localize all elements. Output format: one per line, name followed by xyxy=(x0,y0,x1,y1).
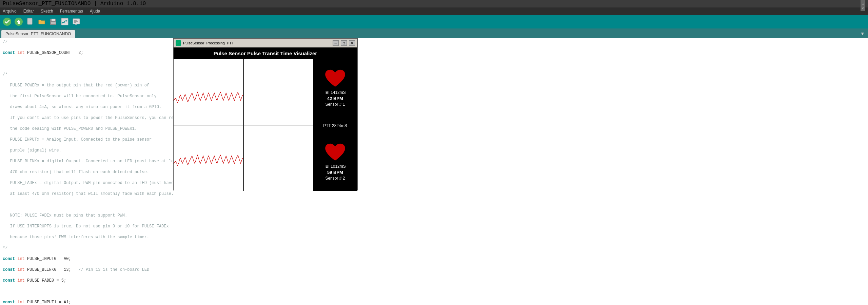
svg-point-0 xyxy=(3,18,11,26)
sensor2-ibi: IBI 1012mS 59 BPM Sensor # 2 xyxy=(324,164,346,181)
sensor1-ibi: IBI 1412mS 42 BPM Sensor # 1 xyxy=(324,90,346,107)
right-panel: IBI 1412mS 42 BPM Sensor # 1 PTT 2824mS xyxy=(313,59,357,191)
menu-sketch[interactable]: Sketch xyxy=(39,8,55,14)
save-button[interactable] xyxy=(48,17,58,27)
svg-rect-19 xyxy=(244,125,313,191)
code-editor[interactable]: // const int PULSE_SENSOR_COUNT = 2; /* … xyxy=(0,38,868,305)
svg-rect-9 xyxy=(51,22,56,24)
svg-rect-12 xyxy=(75,24,77,25)
svg-rect-3 xyxy=(27,18,32,24)
sensor2-heart-icon xyxy=(323,143,347,163)
charts-grid xyxy=(174,59,313,191)
serial-monitor-button[interactable] xyxy=(71,17,81,27)
chart-sensor1-waveform xyxy=(174,59,243,125)
menu-bar: Arquivo Editar Sketch Ferramentas Ajuda xyxy=(0,7,868,15)
serial-monitor-icon xyxy=(72,17,81,26)
svg-rect-8 xyxy=(52,19,55,21)
sensor2-block: IBI 1012mS 59 BPM Sensor # 2 xyxy=(323,143,347,181)
title-bar: PulseSensor_PTT_FUNCIONANDO | Arduino 1.… xyxy=(0,0,868,7)
processing-title-text: PulseSensor_Processing_PTT xyxy=(183,41,331,45)
tab-label: PulseSensor_PTT_FUNCIONANDO xyxy=(5,32,71,36)
tab-bar: PulseSensor_PTT_FUNCIONANDO ▼ xyxy=(0,28,868,38)
sensor1-block: IBI 1412mS 42 BPM Sensor # 1 xyxy=(323,69,347,107)
title-bar-controls: ─ □ ✕ xyxy=(861,0,865,11)
title-bar-title: PulseSensor_PTT_FUNCIONANDO | Arduino 1.… xyxy=(3,1,146,7)
toolbar xyxy=(0,15,868,28)
svg-rect-16 xyxy=(174,59,243,125)
serial-plotter-button[interactable] xyxy=(60,17,70,27)
heart-svg-1 xyxy=(324,69,346,89)
svg-rect-18 xyxy=(174,125,243,191)
processing-close-button[interactable]: ✕ xyxy=(349,40,355,46)
chart-sensor1-beat xyxy=(244,59,313,125)
chart-sensor2-waveform xyxy=(174,125,243,191)
menu-arquivo[interactable]: Arquivo xyxy=(1,8,18,14)
new-button[interactable] xyxy=(25,17,35,27)
verify-icon xyxy=(3,17,12,26)
processing-restore-button[interactable]: □ xyxy=(341,40,347,46)
processing-header: Pulse Sensor Pulse Transit Time Visualiz… xyxy=(174,47,357,59)
new-icon xyxy=(26,17,35,26)
editor-area: // const int PULSE_SENSOR_COUNT = 2; /* … xyxy=(0,38,868,305)
processing-minimize-button[interactable]: ─ xyxy=(333,40,339,46)
processing-content: IBI 1412mS 42 BPM Sensor # 1 PTT 2824mS xyxy=(174,59,357,191)
chart-sensor2-beat xyxy=(244,125,313,191)
processing-window: P PulseSensor_Processing_PTT ─ □ ✕ Pulse… xyxy=(173,38,358,190)
serial-plotter-icon xyxy=(60,17,69,26)
menu-ferramentas[interactable]: Ferramentas xyxy=(59,8,84,14)
upload-icon xyxy=(14,17,23,26)
menu-editar[interactable]: Editar xyxy=(22,8,35,14)
menu-ajuda[interactable]: Ajuda xyxy=(88,8,102,14)
tab-main[interactable]: PulseSensor_PTT_FUNCIONANDO xyxy=(1,30,75,38)
upload-button[interactable] xyxy=(14,17,24,27)
processing-app-icon: P xyxy=(176,40,181,46)
open-icon xyxy=(37,17,46,26)
processing-header-title: Pulse Sensor Pulse Transit Time Visualiz… xyxy=(214,50,317,56)
ptt-display: PTT 2824mS xyxy=(323,123,347,128)
heart-svg-2 xyxy=(324,143,346,163)
svg-rect-17 xyxy=(244,59,313,125)
tab-arrow[interactable]: ▼ xyxy=(859,30,867,38)
verify-button[interactable] xyxy=(2,17,12,27)
close-button[interactable]: ✕ xyxy=(861,6,865,11)
restore-button[interactable]: □ xyxy=(861,1,865,6)
open-button[interactable] xyxy=(37,17,47,27)
sensor1-heart-icon xyxy=(323,69,347,89)
save-icon xyxy=(49,17,58,26)
processing-title-bar: P PulseSensor_Processing_PTT ─ □ ✕ xyxy=(174,39,357,47)
